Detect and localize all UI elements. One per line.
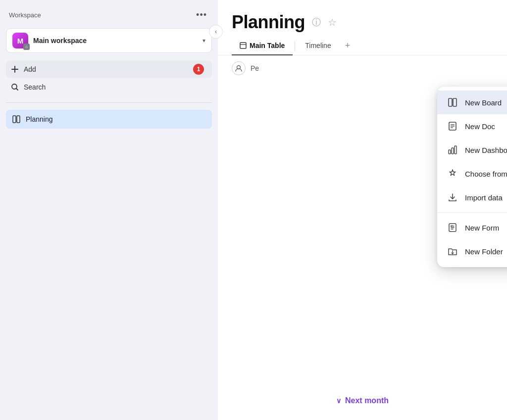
menu-item-import-data[interactable]: Import data › (437, 186, 507, 209)
new-board-label: New Board (465, 98, 507, 107)
svg-rect-9 (449, 98, 452, 106)
template-menu-icon (447, 168, 458, 179)
board-icon (12, 115, 21, 124)
sidebar-item-planning[interactable]: Planning (6, 110, 212, 129)
choose-templates-label: Choose from templates (465, 170, 507, 178)
chevron-down-next-icon: ∨ (336, 397, 341, 405)
workspace-selector[interactable]: M ⌂ Main workspace ▾ (6, 28, 212, 53)
doc-menu-icon (447, 121, 458, 132)
plus-icon (11, 65, 19, 73)
menu-item-new-dashboard[interactable]: New Dashboard (437, 138, 507, 162)
menu-item-new-form[interactable]: New Form Beta (437, 216, 507, 239)
board-menu-icon (447, 97, 458, 108)
next-month-bar[interactable]: ∨ Next month (218, 396, 507, 405)
search-label: Search (24, 83, 46, 91)
search-icon (11, 83, 19, 91)
timeline-label: Timeline (305, 42, 331, 49)
tab-add-button[interactable]: + (339, 37, 356, 55)
tabs-bar: Main Table Timeline + (218, 37, 507, 55)
form-menu-icon (447, 222, 458, 233)
person-row: Pe (218, 55, 507, 81)
svg-line-3 (16, 89, 18, 90)
workspace-avatar: M ⌂ (12, 33, 28, 48)
workspace-name: Main workspace (33, 37, 198, 45)
new-dashboard-label: New Dashboard (465, 146, 507, 154)
planning-label: Planning (26, 115, 53, 123)
add-badge: 1 (193, 64, 204, 75)
collapse-sidebar-button[interactable]: ‹ (209, 25, 223, 39)
chevron-down-icon: ▾ (203, 37, 205, 44)
tab-timeline[interactable]: Timeline (297, 37, 339, 55)
tab-divider (295, 41, 295, 51)
svg-rect-5 (17, 116, 20, 123)
search-button[interactable]: Search (6, 79, 212, 95)
svg-rect-16 (452, 148, 454, 154)
sidebar-actions: Add 1 Search (0, 59, 218, 97)
menu-item-choose-templates[interactable]: Choose from templates (437, 162, 507, 186)
new-form-label: New Form (465, 224, 507, 232)
star-icon[interactable]: ☆ (328, 16, 337, 28)
person-label: Pe (251, 64, 259, 72)
person-icon (232, 61, 246, 75)
svg-rect-6 (240, 43, 246, 48)
tab-main-table[interactable]: Main Table (232, 37, 293, 55)
add-label: Add (24, 65, 36, 73)
sidebar-items: Planning (0, 108, 218, 131)
main-content: Planning ⓘ ☆ Main Table Timeline + Pe ∨ … (218, 0, 507, 420)
add-button[interactable]: Add 1 (6, 61, 212, 78)
dashboard-menu-icon (447, 144, 458, 155)
main-header: Planning ⓘ ☆ (218, 0, 507, 33)
main-table-label: Main Table (250, 42, 285, 49)
new-doc-label: New Doc (465, 122, 507, 131)
import-menu-icon (447, 192, 458, 203)
home-badge-icon: ⌂ (23, 44, 30, 50)
import-data-label: Import data (465, 193, 507, 202)
menu-item-new-doc[interactable]: New Doc (437, 114, 507, 138)
new-folder-label: New Folder (465, 247, 507, 256)
menu-item-new-board[interactable]: New Board 2 (437, 91, 507, 114)
sidebar-header: Workspace ••• (0, 0, 218, 26)
more-options-button[interactable]: ••• (193, 9, 210, 21)
folder-menu-icon (447, 246, 458, 257)
svg-rect-4 (13, 116, 16, 123)
info-icon[interactable]: ⓘ (312, 16, 321, 28)
svg-rect-17 (455, 146, 456, 154)
svg-rect-10 (453, 98, 456, 106)
menu-divider (437, 212, 507, 213)
sidebar: Workspace ••• M ⌂ Main workspace ▾ Add 1… (0, 0, 218, 420)
next-month-label: Next month (345, 396, 389, 405)
menu-item-new-folder[interactable]: New Folder (437, 239, 507, 263)
dropdown-menu: New Board 2 New Doc New Dashboard (437, 87, 507, 267)
page-title: Planning (232, 12, 305, 33)
workspace-label: Workspace (9, 11, 41, 19)
sidebar-divider (6, 102, 212, 103)
svg-rect-15 (449, 150, 451, 154)
table-icon (240, 42, 247, 49)
